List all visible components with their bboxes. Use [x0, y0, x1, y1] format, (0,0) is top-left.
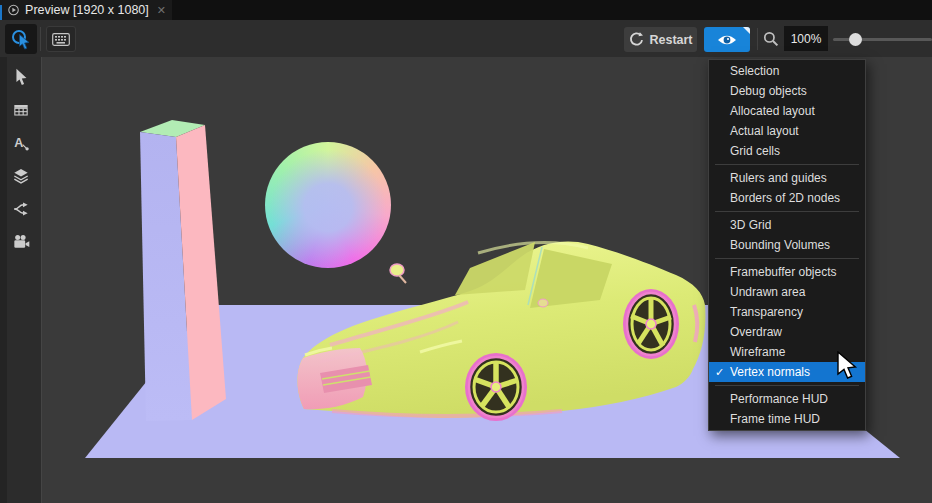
car-rear-wheel: [623, 289, 679, 359]
debug-visualizations-button[interactable]: [704, 27, 750, 52]
tool-sidebar: A: [0, 57, 42, 503]
keyboard-icon: [52, 33, 70, 46]
pillar-box: [140, 120, 226, 421]
sidebar-item-camera-tool[interactable]: [9, 230, 33, 254]
menu-item-frame-time-hud[interactable]: Frame time HUD: [709, 409, 865, 429]
tab-close-icon[interactable]: ✕: [157, 4, 166, 17]
menu-item-label: Actual layout: [730, 124, 799, 138]
menu-item-overdraw[interactable]: Overdraw: [709, 322, 865, 342]
menu-item-label: Framebuffer objects: [730, 265, 837, 279]
toolbar-separator: [40, 27, 41, 51]
grid-table-icon: [11, 100, 31, 120]
menu-item-label: Grid cells: [730, 144, 780, 158]
menu-item-label: Overdraw: [730, 325, 782, 339]
menu-separator: [715, 211, 859, 212]
menu-item-bounding-volumes[interactable]: Bounding Volumes: [709, 235, 865, 255]
restart-label: Restart: [649, 33, 692, 47]
menu-separator: [715, 258, 859, 259]
preview-window: Preview [1920 x 1080] ✕: [0, 0, 932, 503]
video-camera-icon: [11, 232, 31, 252]
menu-item-debug-objects[interactable]: Debug objects: [709, 81, 865, 101]
zoom-slider-handle[interactable]: [849, 33, 862, 46]
menu-separator: [715, 164, 859, 165]
sidebar-item-select-tool[interactable]: [9, 65, 33, 89]
menu-separator: [715, 385, 859, 386]
restart-icon: [628, 32, 643, 47]
menu-item-3d-grid[interactable]: 3D Grid: [709, 215, 865, 235]
sidebar-item-layers-tool[interactable]: [9, 164, 33, 188]
zoom-slider-track[interactable]: [833, 38, 932, 41]
sidebar-item-grid-table-tool[interactable]: [9, 98, 33, 122]
menu-item-actual-layout[interactable]: Actual layout: [709, 121, 865, 141]
tab-bar: Preview [1920 x 1080] ✕: [0, 0, 932, 20]
menu-item-label: Allocated layout: [730, 104, 815, 118]
menu-item-label: Selection: [730, 64, 779, 78]
svg-text:A: A: [14, 136, 23, 150]
menu-item-label: Borders of 2D nodes: [730, 191, 840, 205]
sports-car: [297, 242, 705, 421]
magnifier-icon: [763, 31, 779, 47]
menu-item-label: 3D Grid: [730, 218, 771, 232]
car-front-wheel: [465, 353, 527, 421]
menu-item-undrawn-area[interactable]: Undrawn area: [709, 282, 865, 302]
menu-item-performance-hud[interactable]: Performance HUD: [709, 389, 865, 409]
menu-item-selection[interactable]: Selection: [709, 61, 865, 81]
menu-item-label: Frame time HUD: [730, 412, 820, 426]
menu-item-label: Performance HUD: [730, 392, 828, 406]
text-node-icon: A: [11, 133, 31, 153]
menu-item-label: Rulers and guides: [730, 171, 827, 185]
menu-item-framebuffer-objects[interactable]: Framebuffer objects: [709, 262, 865, 282]
sidebar-item-text-tool[interactable]: A: [9, 131, 33, 155]
menu-item-borders-of-2d-nodes[interactable]: Borders of 2D nodes: [709, 188, 865, 208]
zoom-slider[interactable]: [833, 26, 932, 52]
interaction-mode-button[interactable]: [5, 24, 37, 54]
menu-item-label: Vertex normals: [730, 365, 810, 379]
checkmark-icon: ✓: [709, 366, 730, 379]
sidebar-item-split-connections-tool[interactable]: [9, 197, 33, 221]
tab-preview[interactable]: Preview [1920 x 1080] ✕: [0, 0, 172, 20]
eye-icon: [717, 33, 737, 47]
menu-item-label: Transparency: [730, 305, 803, 319]
mouse-cursor-icon: [836, 351, 862, 381]
zoom-level-value[interactable]: 100%: [784, 26, 828, 51]
preview-toolbar: Restart 100%: [0, 20, 932, 57]
restart-button[interactable]: Restart: [624, 27, 697, 52]
menu-item-label: Undrawn area: [730, 285, 805, 299]
sphere: [265, 142, 391, 268]
layers-icon: [11, 166, 31, 186]
menu-item-label: Wireframe: [730, 345, 785, 359]
interaction-cursor-icon: [10, 28, 32, 50]
menu-item-label: Bounding Volumes: [730, 238, 830, 252]
split-arrows-icon: [11, 199, 31, 219]
toolbar-separator: [757, 28, 758, 50]
sidebar-edge: [0, 57, 7, 503]
play-circle-icon: [8, 3, 19, 17]
keyboard-button[interactable]: [46, 26, 76, 52]
menu-item-grid-cells[interactable]: Grid cells: [709, 141, 865, 161]
select-arrow-icon: [11, 67, 31, 87]
menu-item-transparency[interactable]: Transparency: [709, 302, 865, 322]
menu-item-rulers-and-guides[interactable]: Rulers and guides: [709, 168, 865, 188]
dropdown-corner-indicator: [743, 27, 750, 34]
menu-item-label: Debug objects: [730, 84, 807, 98]
menu-item-allocated-layout[interactable]: Allocated layout: [709, 101, 865, 121]
tab-title: Preview [1920 x 1080]: [25, 3, 149, 17]
